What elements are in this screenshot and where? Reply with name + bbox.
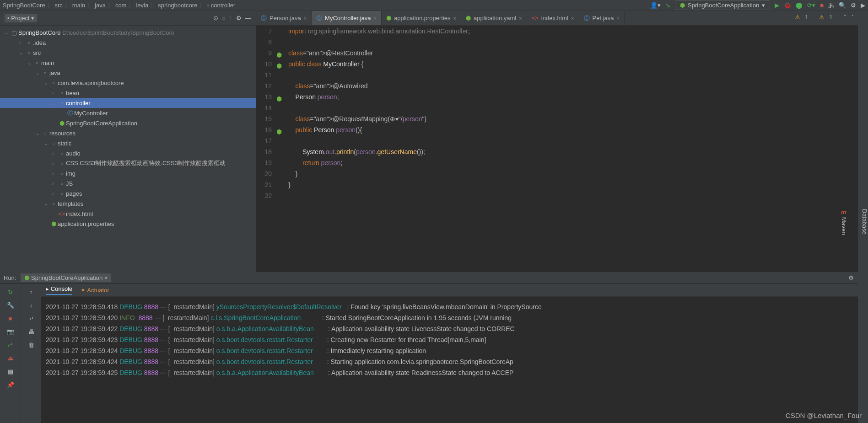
- print-icon[interactable]: 🖶: [28, 328, 34, 335]
- run-target-tab[interactable]: ⬢ SpringBootCoreApplication ×: [21, 273, 111, 282]
- coverage-icon[interactable]: ⬤: [796, 2, 803, 9]
- wrench-icon[interactable]: 🔧: [7, 302, 14, 309]
- tree-row[interactable]: ›▫CSS.CSS3制作炫酷搜索框动画特效.CSS3制作炫酷搜索框动: [0, 158, 256, 168]
- warning-count-a: 1: [805, 14, 808, 21]
- editor-tab[interactable]: ⒸMyController.java×: [312, 11, 382, 25]
- chevron-down-icon[interactable]: ˅: [851, 14, 854, 21]
- settings-icon[interactable]: ⚙: [851, 2, 856, 9]
- breadcrumb-item[interactable]: controller: [211, 2, 235, 9]
- run-target-name: SpringBootCoreApplication: [31, 274, 102, 281]
- editor-tab[interactable]: ⬢application.yaml×: [461, 11, 527, 25]
- run-toolbar-left: ↻ 🔧 ■ 📷 ⇄ ⏏ ▤ 📌: [0, 284, 21, 423]
- tool-database[interactable]: Database: [861, 209, 868, 235]
- right-tool-strip: Database m Maven: [858, 11, 868, 423]
- tab-actuator[interactable]: ✦ Actuator: [81, 287, 109, 294]
- stop-icon[interactable]: ■: [9, 315, 12, 322]
- profile-icon[interactable]: ⟳▾: [807, 2, 815, 9]
- close-icon[interactable]: ×: [571, 16, 574, 21]
- tab-console[interactable]: ▸ Console: [46, 285, 72, 295]
- breadcrumb[interactable]: SpringBootCore〉src〉main〉java〉com〉levia〉s…: [3, 1, 650, 10]
- stop-icon[interactable]: ■: [820, 2, 824, 9]
- run-config-selector[interactable]: ⬢ SpringBootCoreApplication ▾: [675, 0, 770, 10]
- layout-icon[interactable]: ▤: [8, 368, 13, 375]
- editor-tab[interactable]: ⬢application.properties×: [382, 11, 461, 25]
- editor-tab[interactable]: ⒸPet.java×: [579, 11, 625, 25]
- tree-row[interactable]: ⌄▫controller: [0, 98, 256, 108]
- tree-row[interactable]: ⌄▫java: [0, 68, 256, 78]
- project-root-name: SpringBootCore: [18, 29, 61, 36]
- clear-icon[interactable]: 🗑: [28, 342, 34, 348]
- tab-console-label: Console: [51, 285, 73, 292]
- close-icon[interactable]: ×: [453, 16, 456, 21]
- breadcrumb-item[interactable]: levia: [136, 2, 148, 9]
- expand-icon[interactable]: ≡: [222, 15, 226, 21]
- project-tree[interactable]: ⌄ ▢ SpringBootCore D:\codes\SprintBootSt…: [0, 26, 256, 272]
- camera-icon[interactable]: 📷: [7, 328, 14, 335]
- tree-row[interactable]: ⌄▫templates: [0, 198, 256, 209]
- toolbox-icon[interactable]: ▶: [861, 2, 865, 9]
- breadcrumb-item[interactable]: src: [55, 2, 63, 9]
- watermark: CSDN @Leviathan_Four: [786, 412, 862, 419]
- code-editor[interactable]: 789⬢10⬢111213⬢141516⬢171819202122 import…: [256, 26, 868, 272]
- exit-icon[interactable]: ⏏: [8, 355, 13, 362]
- tree-row[interactable]: ›▫pages: [0, 188, 256, 198]
- code-text[interactable]: import org.springframework.web.bind.anno…: [284, 26, 868, 272]
- search-icon[interactable]: 🔍: [839, 2, 846, 9]
- restart-icon[interactable]: ⇄: [8, 342, 13, 348]
- tree-root[interactable]: ⌄ ▢ SpringBootCore D:\codes\SprintBootSt…: [0, 27, 256, 37]
- tree-row[interactable]: ›▫.idea: [0, 37, 256, 48]
- tree-row[interactable]: ›▫JS: [0, 178, 256, 188]
- breadcrumb-item[interactable]: java: [95, 2, 106, 9]
- locate-icon[interactable]: ⊙: [213, 15, 218, 21]
- breadcrumb-item[interactable]: com: [115, 2, 127, 9]
- collapse-icon[interactable]: ÷: [229, 15, 232, 21]
- pin-icon[interactable]: 📌: [7, 381, 14, 388]
- close-icon[interactable]: ×: [617, 16, 620, 21]
- chevron-down-icon: ▾: [762, 2, 765, 9]
- inspection-widget[interactable]: ⚠1 ⚠1 ˄ ˅: [795, 14, 854, 21]
- debug-icon[interactable]: 🐞: [784, 2, 791, 9]
- tree-row[interactable]: ⬢SpringBootCoreApplication: [0, 118, 256, 128]
- tree-row[interactable]: ⌄▫static: [0, 138, 256, 148]
- breadcrumb-item[interactable]: SpringBootCore: [3, 2, 45, 9]
- chevron-up-icon[interactable]: ˄: [843, 14, 846, 21]
- warning-icon: ⚠: [795, 14, 800, 21]
- tree-row[interactable]: ›▫audio: [0, 148, 256, 158]
- close-icon[interactable]: ×: [519, 16, 522, 21]
- down-icon[interactable]: ↓: [30, 302, 33, 309]
- tree-row[interactable]: <>index.html: [0, 209, 256, 219]
- console-output[interactable]: 2021-10-27 19:28:59.418 DEBUG 8888 --- […: [41, 297, 868, 423]
- close-icon[interactable]: ×: [374, 16, 377, 21]
- hammer-icon[interactable]: ↘: [665, 2, 670, 9]
- tree-row[interactable]: ⌄▫resources: [0, 128, 256, 138]
- editor-tab[interactable]: ⒸPerson.java×: [256, 11, 312, 25]
- gear-icon[interactable]: ⚙: [236, 15, 242, 21]
- tab-actuator-label: Actuator: [87, 287, 109, 294]
- close-icon[interactable]: ×: [304, 16, 307, 21]
- editor-tab[interactable]: <>index.html×: [527, 11, 579, 25]
- up-icon[interactable]: ↑: [30, 289, 33, 295]
- tree-row[interactable]: ⌄▫com.levia.springbootcore: [0, 78, 256, 88]
- tree-row[interactable]: ›▫img: [0, 168, 256, 178]
- breadcrumb-item[interactable]: main: [72, 2, 85, 9]
- tool-maven-label: Maven: [841, 217, 847, 235]
- tool-maven[interactable]: m Maven: [841, 209, 847, 235]
- translate-icon[interactable]: あ: [828, 1, 834, 10]
- breadcrumb-item[interactable]: springbootcore: [158, 2, 197, 9]
- tree-row[interactable]: ⌄▫main: [0, 58, 256, 68]
- gutter[interactable]: 789⬢10⬢111213⬢141516⬢171819202122: [256, 26, 284, 272]
- wrap-icon[interactable]: ⤶: [29, 315, 34, 322]
- vcs-icon[interactable]: 👤▾: [650, 2, 661, 9]
- tree-row[interactable]: ›▫bean: [0, 88, 256, 98]
- rerun-icon[interactable]: ↻: [8, 289, 13, 295]
- tree-row[interactable]: ⌄▫src: [0, 48, 256, 58]
- tree-row[interactable]: ⒸMyController: [0, 108, 256, 118]
- project-tool-icon[interactable]: ▪ Project ▾: [5, 14, 37, 22]
- gear-icon[interactable]: ⚙: [848, 274, 854, 281]
- run-panel: ↻ 🔧 ■ 📷 ⇄ ⏏ ▤ 📌 ↑ ↓ ⤶ 🖶 🗑 ▸ Console ✦ Ac…: [0, 284, 868, 423]
- project-panel-title: Project: [11, 15, 29, 21]
- run-icon[interactable]: ▶: [775, 2, 779, 9]
- tree-row[interactable]: ⬢application.properties: [0, 219, 256, 229]
- project-sidebar: ▪ Project ▾ ⊙ ≡ ÷ ⚙ — ⌄ ▢ SpringBootCore…: [0, 11, 256, 272]
- hide-icon[interactable]: —: [245, 15, 251, 21]
